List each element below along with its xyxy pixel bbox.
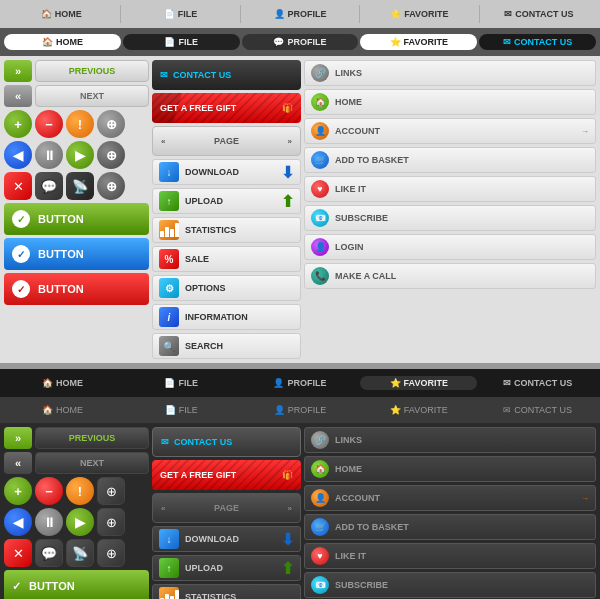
nav-home-2[interactable]: 🏠 HOME xyxy=(4,34,121,50)
chat-dark-btn[interactable]: 💬 xyxy=(35,539,63,567)
rss-dark-btn[interactable]: 📡 xyxy=(66,539,94,567)
minus-dark-btn[interactable]: − xyxy=(35,477,63,505)
contact-us-dark-btn[interactable]: ✉ CONTACT US xyxy=(152,427,301,457)
download-btn[interactable]: ↓ DOWNLOAD ⬇ xyxy=(152,159,301,185)
home-dark-item[interactable]: 🏠 HOME xyxy=(304,456,596,482)
next-arrow-btn[interactable]: « xyxy=(4,85,32,107)
nav-contact-1[interactable]: ✉ CONTACT US xyxy=(482,7,596,21)
subscribe-item[interactable]: 📧 SUBSCRIBE xyxy=(304,205,596,231)
nav-bar-2: 🏠 HOME 📄 FILE 💬 PROFILE ⭐ FAVORITE ✉ CON… xyxy=(0,28,600,56)
sep1 xyxy=(120,5,121,23)
search-btn[interactable]: 🔍 SEARCH xyxy=(152,333,301,359)
nav-home-dark-2[interactable]: 🏠 HOME xyxy=(4,403,121,417)
options-btn[interactable]: ⚙ OPTIONS xyxy=(152,275,301,301)
links-item[interactable]: 🔗 LINKS xyxy=(304,60,596,86)
nav-favorite-dark-2[interactable]: ⭐ FAVORITE xyxy=(360,403,477,417)
nav-contact-dark-1[interactable]: ✉ CONTACT US xyxy=(479,376,596,390)
big-btn-red[interactable]: ✓ BUTTON xyxy=(4,273,149,305)
nav-file-dark-2[interactable]: 📄 FILE xyxy=(123,403,240,417)
nav-contact-2[interactable]: ✉ CONTACT US xyxy=(479,34,596,50)
prev-arrow-btn[interactable]: » xyxy=(4,60,32,82)
play-btn[interactable]: ▶ xyxy=(66,141,94,169)
next-arrow-dark[interactable]: « xyxy=(4,452,32,474)
alert-dark-btn[interactable]: ! xyxy=(66,477,94,505)
back-dark-btn[interactable]: ◀ xyxy=(4,508,32,536)
information-btn[interactable]: i INFORMATION xyxy=(152,304,301,330)
pause-btn[interactable]: ⏸ xyxy=(35,141,63,169)
subscribe-dark-item[interactable]: 📧 SUBSCRIBE xyxy=(304,572,596,598)
contact-us-btn[interactable]: ✉ CONTACT US xyxy=(152,60,301,90)
minus-btn[interactable]: − xyxy=(35,110,63,138)
nav-bar-dark-1: 🏠 HOME 📄 FILE 👤 PROFILE ⭐ FAVORITE ✉ CON… xyxy=(0,369,600,397)
big-btn-green-dark[interactable]: ✓ BUTTON xyxy=(4,570,149,599)
statistics-dark-btn[interactable]: STATISTICS xyxy=(152,584,301,599)
check-green-dark-icon: ✓ xyxy=(12,580,21,593)
statistics-btn[interactable]: STATISTICS xyxy=(152,217,301,243)
chat-sq-btn[interactable]: 💬 xyxy=(35,172,63,200)
link-icon: 🔗 xyxy=(311,64,329,82)
account-item[interactable]: 👤 ACCOUNT → xyxy=(304,118,596,144)
home-dark-icon-2: 🏠 xyxy=(42,405,53,415)
back-btn[interactable]: ◀ xyxy=(4,141,32,169)
account-dark-icon: 👤 xyxy=(311,489,329,507)
nav-favorite-2[interactable]: ⭐ FAVORITE xyxy=(360,34,477,50)
plus-btn[interactable]: + xyxy=(4,110,32,138)
next-label-dark[interactable]: NEXT xyxy=(35,452,149,474)
upload-dark-btn[interactable]: ↑ UPLOAD ⬆ xyxy=(152,555,301,581)
sale-icon: % xyxy=(159,249,179,269)
like-item[interactable]: ♥ LIKE IT xyxy=(304,176,596,202)
extra3-dark-btn[interactable]: ⊕ xyxy=(97,539,125,567)
nav-profile-dark-2[interactable]: 👤 PROFILE xyxy=(242,403,359,417)
free-gift-dark-btn[interactable]: GET A FREE GIFT 🎁 xyxy=(152,460,301,490)
left-col-light: » PREVIOUS « NEXT + − ! ⊕ xyxy=(4,60,149,359)
close-dark-btn[interactable]: ✕ xyxy=(4,539,32,567)
prev-arrow-dark[interactable]: » xyxy=(4,427,32,449)
nav-profile-1[interactable]: 👤 PROFILE xyxy=(243,7,357,21)
upload-btn[interactable]: ↑ UPLOAD ⬆ xyxy=(152,188,301,214)
prev-label-dark[interactable]: PREVIOUS xyxy=(35,427,149,449)
free-gift-btn[interactable]: GET A FREE GIFT 🎁 xyxy=(152,93,301,123)
prev-label-btn[interactable]: PREVIOUS xyxy=(35,60,149,82)
nav-home-dark-1[interactable]: 🏠 HOME xyxy=(4,376,121,390)
extra-btn[interactable]: ⊕ xyxy=(97,110,125,138)
nav-profile-dark-1[interactable]: 👤 PROFILE xyxy=(242,376,359,390)
nav-home-1[interactable]: 🏠 HOME xyxy=(4,7,118,21)
sale-btn[interactable]: % SALE xyxy=(152,246,301,272)
extra3-btn[interactable]: ⊕ xyxy=(97,172,125,200)
extra2-dark-btn[interactable]: ⊕ xyxy=(97,508,125,536)
file-icon-1: 📄 xyxy=(164,9,175,19)
big-btn-blue[interactable]: ✓ BUTTON xyxy=(4,238,149,270)
close-sq-btn[interactable]: ✕ xyxy=(4,172,32,200)
nav-file-dark-1[interactable]: 📄 FILE xyxy=(123,376,240,390)
nav-bar-1: 🏠 HOME 📄 FILE 👤 PROFILE ⭐ FAVORITE ✉ CON… xyxy=(0,0,600,28)
rss-sq-btn[interactable]: 📡 xyxy=(66,172,94,200)
extra-dark-btn[interactable]: ⊕ xyxy=(97,477,125,505)
nav-profile-2[interactable]: 💬 PROFILE xyxy=(242,34,359,50)
login-item[interactable]: 👤 LOGIN xyxy=(304,234,596,260)
links-dark-item[interactable]: 🔗 LINKS xyxy=(304,427,596,453)
like-dark-item[interactable]: ♥ LIKE IT xyxy=(304,543,596,569)
plus-dark-btn[interactable]: + xyxy=(4,477,32,505)
pause-dark-btn[interactable]: ⏸ xyxy=(35,508,63,536)
home-item[interactable]: 🏠 HOME xyxy=(304,89,596,115)
mail-icon-2: ✉ xyxy=(503,37,511,47)
call-item[interactable]: 📞 MAKE A CALL xyxy=(304,263,596,289)
alert-btn[interactable]: ! xyxy=(66,110,94,138)
nav-contact-dark-2[interactable]: ✉ CONTACT US xyxy=(479,403,596,417)
big-btn-green[interactable]: ✓ BUTTON xyxy=(4,203,149,235)
nav-file-2[interactable]: 📄 FILE xyxy=(123,34,240,50)
download-dark-btn[interactable]: ↓ DOWNLOAD ⬇ xyxy=(152,526,301,552)
page-dark-btn[interactable]: « PAGE » xyxy=(152,493,301,523)
play-dark-btn[interactable]: ▶ xyxy=(66,508,94,536)
nav-favorite-dark-1[interactable]: ⭐ FAVORITE xyxy=(360,376,477,390)
basket-dark-item[interactable]: 🛒 ADD TO BASKET xyxy=(304,514,596,540)
nav-file-1[interactable]: 📄 FILE xyxy=(123,7,237,21)
sep3 xyxy=(359,5,360,23)
next-label-btn[interactable]: NEXT xyxy=(35,85,149,107)
account-dark-item[interactable]: 👤 ACCOUNT → xyxy=(304,485,596,511)
info-icon: i xyxy=(159,307,179,327)
extra2-btn[interactable]: ⊕ xyxy=(97,141,125,169)
nav-favorite-1[interactable]: ⭐ FAVORITE xyxy=(362,7,476,21)
page-btn[interactable]: « PAGE » xyxy=(152,126,301,156)
basket-item[interactable]: 🛒 ADD TO BASKET xyxy=(304,147,596,173)
